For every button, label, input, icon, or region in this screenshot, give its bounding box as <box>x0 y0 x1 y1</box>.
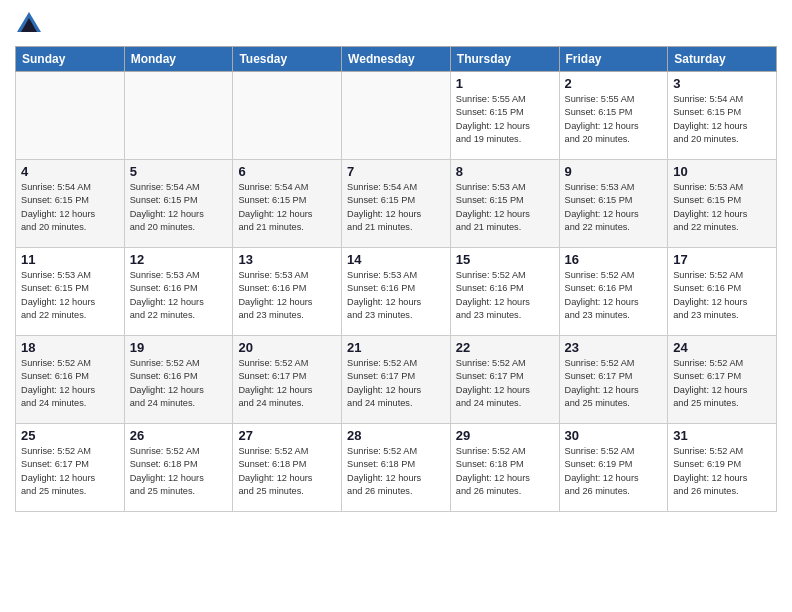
day-info: Sunrise: 5:52 AM Sunset: 6:18 PM Dayligh… <box>456 445 554 498</box>
calendar-cell <box>342 72 451 160</box>
day-info: Sunrise: 5:53 AM Sunset: 6:15 PM Dayligh… <box>673 181 771 234</box>
day-number: 11 <box>21 252 119 267</box>
day-number: 4 <box>21 164 119 179</box>
calendar-cell: 25Sunrise: 5:52 AM Sunset: 6:17 PM Dayli… <box>16 424 125 512</box>
calendar-cell: 1Sunrise: 5:55 AM Sunset: 6:15 PM Daylig… <box>450 72 559 160</box>
logo <box>15 10 47 38</box>
day-number: 20 <box>238 340 336 355</box>
day-info: Sunrise: 5:52 AM Sunset: 6:17 PM Dayligh… <box>238 357 336 410</box>
col-header-wednesday: Wednesday <box>342 47 451 72</box>
calendar-cell <box>16 72 125 160</box>
day-info: Sunrise: 5:52 AM Sunset: 6:17 PM Dayligh… <box>565 357 663 410</box>
day-info: Sunrise: 5:54 AM Sunset: 6:15 PM Dayligh… <box>347 181 445 234</box>
calendar-cell: 3Sunrise: 5:54 AM Sunset: 6:15 PM Daylig… <box>668 72 777 160</box>
day-number: 8 <box>456 164 554 179</box>
day-number: 13 <box>238 252 336 267</box>
calendar-cell: 4Sunrise: 5:54 AM Sunset: 6:15 PM Daylig… <box>16 160 125 248</box>
day-number: 26 <box>130 428 228 443</box>
calendar-cell: 24Sunrise: 5:52 AM Sunset: 6:17 PM Dayli… <box>668 336 777 424</box>
calendar-cell: 31Sunrise: 5:52 AM Sunset: 6:19 PM Dayli… <box>668 424 777 512</box>
day-number: 23 <box>565 340 663 355</box>
week-row-3: 11Sunrise: 5:53 AM Sunset: 6:15 PM Dayli… <box>16 248 777 336</box>
calendar-cell: 21Sunrise: 5:52 AM Sunset: 6:17 PM Dayli… <box>342 336 451 424</box>
calendar-cell: 8Sunrise: 5:53 AM Sunset: 6:15 PM Daylig… <box>450 160 559 248</box>
day-number: 17 <box>673 252 771 267</box>
day-number: 28 <box>347 428 445 443</box>
day-info: Sunrise: 5:52 AM Sunset: 6:18 PM Dayligh… <box>130 445 228 498</box>
day-info: Sunrise: 5:55 AM Sunset: 6:15 PM Dayligh… <box>565 93 663 146</box>
day-info: Sunrise: 5:52 AM Sunset: 6:16 PM Dayligh… <box>456 269 554 322</box>
week-row-1: 1Sunrise: 5:55 AM Sunset: 6:15 PM Daylig… <box>16 72 777 160</box>
calendar-cell: 18Sunrise: 5:52 AM Sunset: 6:16 PM Dayli… <box>16 336 125 424</box>
day-info: Sunrise: 5:55 AM Sunset: 6:15 PM Dayligh… <box>456 93 554 146</box>
header <box>15 10 777 38</box>
day-number: 12 <box>130 252 228 267</box>
calendar-cell: 13Sunrise: 5:53 AM Sunset: 6:16 PM Dayli… <box>233 248 342 336</box>
col-header-monday: Monday <box>124 47 233 72</box>
day-number: 27 <box>238 428 336 443</box>
calendar-cell: 30Sunrise: 5:52 AM Sunset: 6:19 PM Dayli… <box>559 424 668 512</box>
day-number: 19 <box>130 340 228 355</box>
calendar-cell: 20Sunrise: 5:52 AM Sunset: 6:17 PM Dayli… <box>233 336 342 424</box>
day-number: 30 <box>565 428 663 443</box>
week-row-5: 25Sunrise: 5:52 AM Sunset: 6:17 PM Dayli… <box>16 424 777 512</box>
calendar-cell: 5Sunrise: 5:54 AM Sunset: 6:15 PM Daylig… <box>124 160 233 248</box>
day-number: 16 <box>565 252 663 267</box>
day-info: Sunrise: 5:54 AM Sunset: 6:15 PM Dayligh… <box>130 181 228 234</box>
day-info: Sunrise: 5:54 AM Sunset: 6:15 PM Dayligh… <box>673 93 771 146</box>
calendar-cell: 10Sunrise: 5:53 AM Sunset: 6:15 PM Dayli… <box>668 160 777 248</box>
week-row-2: 4Sunrise: 5:54 AM Sunset: 6:15 PM Daylig… <box>16 160 777 248</box>
day-number: 6 <box>238 164 336 179</box>
day-number: 7 <box>347 164 445 179</box>
day-info: Sunrise: 5:52 AM Sunset: 6:18 PM Dayligh… <box>347 445 445 498</box>
day-info: Sunrise: 5:53 AM Sunset: 6:16 PM Dayligh… <box>130 269 228 322</box>
col-header-tuesday: Tuesday <box>233 47 342 72</box>
col-header-thursday: Thursday <box>450 47 559 72</box>
calendar-cell: 6Sunrise: 5:54 AM Sunset: 6:15 PM Daylig… <box>233 160 342 248</box>
day-number: 29 <box>456 428 554 443</box>
day-info: Sunrise: 5:54 AM Sunset: 6:15 PM Dayligh… <box>21 181 119 234</box>
day-info: Sunrise: 5:52 AM Sunset: 6:17 PM Dayligh… <box>21 445 119 498</box>
calendar-cell: 14Sunrise: 5:53 AM Sunset: 6:16 PM Dayli… <box>342 248 451 336</box>
day-number: 18 <box>21 340 119 355</box>
day-info: Sunrise: 5:52 AM Sunset: 6:19 PM Dayligh… <box>565 445 663 498</box>
day-number: 25 <box>21 428 119 443</box>
day-info: Sunrise: 5:52 AM Sunset: 6:17 PM Dayligh… <box>347 357 445 410</box>
calendar-cell: 26Sunrise: 5:52 AM Sunset: 6:18 PM Dayli… <box>124 424 233 512</box>
calendar-cell: 27Sunrise: 5:52 AM Sunset: 6:18 PM Dayli… <box>233 424 342 512</box>
day-info: Sunrise: 5:53 AM Sunset: 6:16 PM Dayligh… <box>347 269 445 322</box>
day-info: Sunrise: 5:52 AM Sunset: 6:18 PM Dayligh… <box>238 445 336 498</box>
day-info: Sunrise: 5:53 AM Sunset: 6:15 PM Dayligh… <box>21 269 119 322</box>
day-number: 14 <box>347 252 445 267</box>
day-number: 10 <box>673 164 771 179</box>
day-info: Sunrise: 5:52 AM Sunset: 6:17 PM Dayligh… <box>673 357 771 410</box>
day-info: Sunrise: 5:52 AM Sunset: 6:16 PM Dayligh… <box>21 357 119 410</box>
calendar-cell: 29Sunrise: 5:52 AM Sunset: 6:18 PM Dayli… <box>450 424 559 512</box>
day-number: 24 <box>673 340 771 355</box>
calendar-cell: 12Sunrise: 5:53 AM Sunset: 6:16 PM Dayli… <box>124 248 233 336</box>
day-number: 5 <box>130 164 228 179</box>
calendar-cell: 22Sunrise: 5:52 AM Sunset: 6:17 PM Dayli… <box>450 336 559 424</box>
calendar-cell: 7Sunrise: 5:54 AM Sunset: 6:15 PM Daylig… <box>342 160 451 248</box>
calendar-cell <box>233 72 342 160</box>
day-number: 15 <box>456 252 554 267</box>
calendar-cell: 19Sunrise: 5:52 AM Sunset: 6:16 PM Dayli… <box>124 336 233 424</box>
day-info: Sunrise: 5:52 AM Sunset: 6:16 PM Dayligh… <box>130 357 228 410</box>
day-info: Sunrise: 5:52 AM Sunset: 6:17 PM Dayligh… <box>456 357 554 410</box>
calendar-cell <box>124 72 233 160</box>
calendar-cell: 15Sunrise: 5:52 AM Sunset: 6:16 PM Dayli… <box>450 248 559 336</box>
day-info: Sunrise: 5:53 AM Sunset: 6:15 PM Dayligh… <box>456 181 554 234</box>
calendar-cell: 9Sunrise: 5:53 AM Sunset: 6:15 PM Daylig… <box>559 160 668 248</box>
day-info: Sunrise: 5:52 AM Sunset: 6:16 PM Dayligh… <box>565 269 663 322</box>
calendar-cell: 2Sunrise: 5:55 AM Sunset: 6:15 PM Daylig… <box>559 72 668 160</box>
calendar-cell: 11Sunrise: 5:53 AM Sunset: 6:15 PM Dayli… <box>16 248 125 336</box>
col-header-saturday: Saturday <box>668 47 777 72</box>
header-row: SundayMondayTuesdayWednesdayThursdayFrid… <box>16 47 777 72</box>
day-info: Sunrise: 5:52 AM Sunset: 6:19 PM Dayligh… <box>673 445 771 498</box>
day-number: 31 <box>673 428 771 443</box>
day-info: Sunrise: 5:52 AM Sunset: 6:16 PM Dayligh… <box>673 269 771 322</box>
day-number: 22 <box>456 340 554 355</box>
day-number: 3 <box>673 76 771 91</box>
day-info: Sunrise: 5:53 AM Sunset: 6:15 PM Dayligh… <box>565 181 663 234</box>
calendar-table: SundayMondayTuesdayWednesdayThursdayFrid… <box>15 46 777 512</box>
